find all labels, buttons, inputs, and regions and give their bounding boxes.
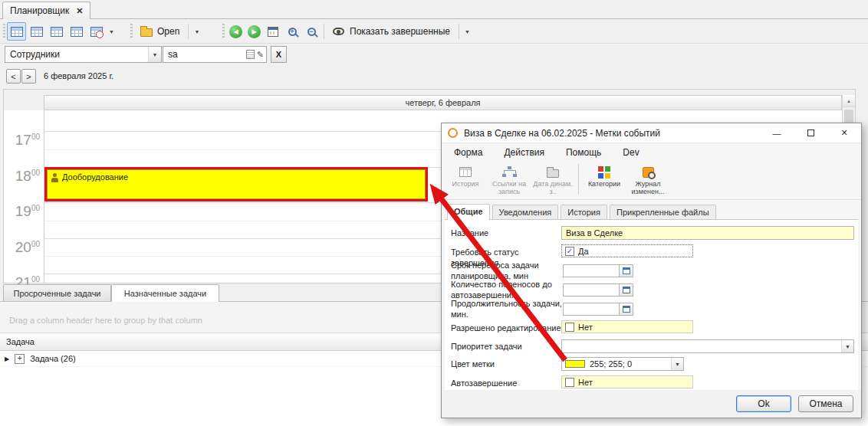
toolbar-grip[interactable] (130, 24, 133, 38)
toolbar-grip[interactable] (222, 24, 225, 38)
dialog-form: Название Виза в Сделке Требовать статус … (445, 220, 858, 392)
dialog-menubar: Форма Действия Помощь Dev (442, 143, 861, 162)
minus-glyph: − (309, 28, 313, 35)
require-status-value: Да (578, 247, 589, 256)
expand-plus-icon[interactable]: + (15, 354, 25, 364)
history-icon (459, 167, 472, 177)
chevron-down-icon: ▼ (194, 29, 199, 34)
zoom-in-button[interactable]: + (283, 22, 301, 41)
pencil-icon[interactable]: ✎ (257, 50, 264, 60)
tab-history[interactable]: История (561, 205, 607, 219)
dialog-tabstrip: Общие Уведомления История Прикрепленные … (445, 203, 858, 220)
work-week-view-button[interactable] (27, 22, 46, 41)
change-log-button[interactable]: Журнал изменен... (627, 164, 669, 196)
postpone-input[interactable] (563, 264, 620, 277)
chevron-down-icon[interactable]: ▼ (841, 340, 853, 352)
plus-glyph: + (290, 28, 294, 35)
menu-form[interactable]: Форма (454, 147, 482, 158)
prev-day-button[interactable]: < (6, 69, 21, 84)
scroll-up-icon[interactable]: ▲ (843, 95, 855, 107)
history-button[interactable]: История (445, 164, 486, 188)
right-arrow-icon: ▶ (252, 28, 256, 35)
change-log-icon (643, 167, 654, 178)
transfer-count-calendar-button[interactable] (620, 283, 633, 297)
view-dropdown-button[interactable]: ▼ (107, 22, 117, 41)
require-status-field[interactable]: ✓ Да (561, 244, 693, 257)
duration-input[interactable] (563, 303, 620, 316)
tab-overdue-tasks[interactable]: Просроченные задачи (3, 284, 111, 301)
employees-value: Сотрудники (5, 49, 148, 60)
toolbar-grip[interactable] (3, 24, 5, 38)
minimize-icon[interactable]: — (763, 123, 791, 143)
postpone-field (563, 264, 633, 277)
change-log-label: Журнал изменен... (627, 180, 669, 196)
hour-label: 1800 (4, 169, 40, 183)
transfer-count-input[interactable] (563, 283, 620, 297)
separator (324, 24, 324, 39)
timeline-view-button[interactable] (87, 22, 106, 41)
edit-allowed-checkbox[interactable] (565, 323, 574, 332)
dynamic-date-button[interactable]: Дата динам. з.. (532, 164, 574, 196)
main-toolbar: ▼ Open ▼ ◀ ▶ + − Показать завершенные ▼ (0, 19, 868, 44)
month-view-icon (71, 27, 83, 37)
month-view-button[interactable] (67, 22, 86, 41)
open-dropdown-button[interactable]: ▼ (192, 22, 202, 41)
menu-help[interactable]: Помощь (566, 147, 601, 158)
show-completed-dropdown[interactable]: ▼ (462, 22, 472, 41)
edit-allowed-field[interactable]: Нет (561, 320, 693, 333)
tab-planner[interactable]: Планировщик ✕ (2, 2, 90, 19)
tab-planner-label: Планировщик (10, 5, 69, 16)
tab-notifications[interactable]: Уведомления (492, 205, 559, 219)
week-view-button[interactable] (47, 22, 66, 41)
search-input[interactable]: sa ✎ (163, 46, 267, 63)
tab-attached-files[interactable]: Прикрепленные файлы (610, 205, 716, 219)
tab-close-icon[interactable]: ✕ (76, 6, 83, 16)
cancel-button[interactable]: Отмена (798, 395, 853, 412)
next-day-button[interactable]: > (21, 69, 36, 84)
duration-calendar-button[interactable] (620, 303, 633, 316)
record-links-button[interactable]: Ссылки на запись (488, 164, 530, 196)
dialog-icon (448, 128, 458, 138)
separator (459, 24, 459, 39)
goto-date-button[interactable] (264, 22, 282, 41)
left-arrow-icon: ◀ (233, 28, 238, 35)
dialog-titlebar[interactable]: Виза в Сделке на 06.02.2025 - Метки собы… (442, 123, 861, 143)
go-back-button[interactable]: ◀ (229, 25, 242, 38)
priority-combobox[interactable]: ▼ (561, 339, 854, 353)
chevron-down-icon[interactable]: ▼ (148, 47, 161, 62)
menu-actions[interactable]: Действия (504, 147, 544, 158)
require-status-checkbox[interactable]: ✓ (565, 247, 574, 256)
day-view-button[interactable] (7, 22, 26, 41)
name-input[interactable]: Виза в Сделке (561, 226, 854, 240)
record-links-icon (502, 166, 517, 178)
chevron-down-icon[interactable]: ▼ (671, 358, 683, 370)
go-forward-button[interactable]: ▶ (248, 25, 261, 38)
tab-assigned-label: Назначенные задачи (124, 289, 206, 298)
duration-field (563, 303, 633, 316)
maximize-icon[interactable] (797, 123, 824, 143)
zoom-out-button[interactable]: − (302, 22, 321, 41)
open-button[interactable]: Open (135, 22, 185, 41)
memo-icon[interactable] (246, 50, 255, 59)
tab-assigned-tasks[interactable]: Назначенные задачи (111, 284, 219, 302)
autocomplete-field[interactable]: Нет (561, 375, 693, 388)
menu-dev[interactable]: Dev (623, 147, 639, 158)
calendar-event[interactable]: Дооборудование (44, 167, 428, 202)
calendar-icon (623, 306, 630, 313)
tab-general[interactable]: Общие (447, 204, 490, 220)
scheduler-corner (4, 95, 44, 110)
timeline-view-icon (90, 27, 103, 37)
hour-label: 1900 (4, 204, 40, 218)
categories-button[interactable]: Категории (584, 164, 625, 188)
clear-filter-button[interactable]: X (271, 46, 287, 63)
day-column-header[interactable]: четверг, 6 февраля (44, 95, 842, 110)
employees-combobox[interactable]: Сотрудники ▼ (5, 46, 162, 63)
close-icon[interactable]: ✕ (830, 123, 858, 143)
autocomplete-checkbox[interactable] (565, 378, 574, 387)
ok-button[interactable]: Ok (736, 395, 791, 412)
show-completed-button[interactable]: Показать завершенные (327, 22, 455, 41)
view-buttons-group: ▼ (7, 21, 117, 41)
color-combobox[interactable]: 255; 255; 0 ▼ (561, 357, 684, 371)
show-completed-label: Показать завершенные (350, 26, 450, 37)
postpone-calendar-button[interactable] (620, 264, 633, 277)
